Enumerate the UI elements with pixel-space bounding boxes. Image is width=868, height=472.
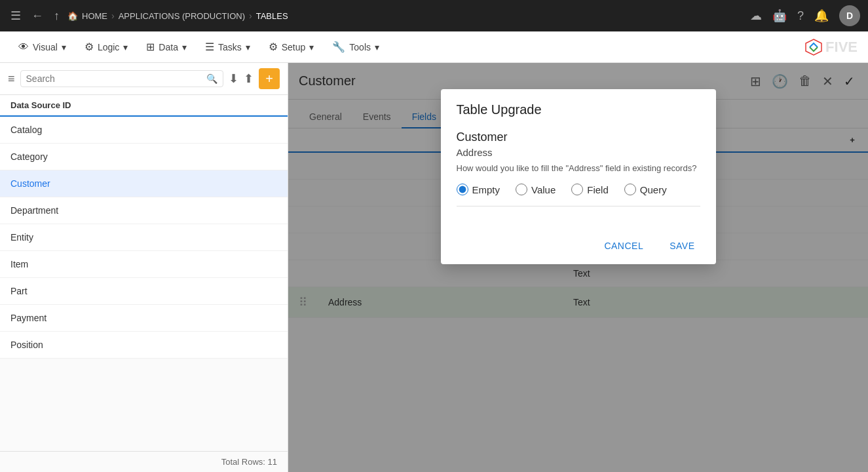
modal-header: Table Upgrade: [441, 89, 716, 123]
breadcrumb-applications[interactable]: APPLICATIONS (PRODUCTION): [119, 11, 245, 21]
sidebar-item-customer[interactable]: Customer: [0, 170, 288, 197]
breadcrumb-tables[interactable]: TABLES: [256, 11, 288, 21]
modal-body: Customer Address How would you like to f…: [441, 123, 716, 227]
tasks-arrow-icon: ▾: [246, 42, 250, 52]
position-label: Position: [10, 340, 43, 350]
setup-arrow-icon: ▾: [309, 42, 314, 52]
radio-query-input[interactable]: [624, 184, 636, 195]
home-icon: 🏠: [67, 11, 78, 21]
part-label: Part: [10, 286, 28, 296]
nav-logic[interactable]: ⚙ Logic ▾: [77, 37, 136, 57]
cloud-icon[interactable]: ☁: [750, 9, 762, 23]
entity-label: Entity: [10, 232, 33, 243]
sidebar-item-item[interactable]: Item: [0, 251, 288, 278]
menu-icon[interactable]: ☰: [8, 6, 24, 26]
bell-icon[interactable]: 🔔: [814, 9, 829, 23]
visual-arrow-icon: ▾: [62, 42, 66, 52]
radio-value-input[interactable]: [516, 184, 527, 195]
modal-field-name: Address: [457, 147, 700, 158]
second-nav: 👁 Visual ▾ ⚙ Logic ▾ ⊞ Data ▾ ☰ Tasks ▾ …: [0, 31, 868, 63]
catalog-label: Catalog: [10, 125, 42, 135]
nav-setup[interactable]: ⚙ Setup ▾: [261, 37, 322, 57]
sidebar-item-category[interactable]: Category: [0, 144, 288, 170]
data-icon: ⊞: [146, 41, 155, 53]
svg-marker-0: [806, 39, 821, 55]
radio-empty[interactable]: Empty: [457, 184, 500, 195]
save-button[interactable]: SAVE: [659, 235, 705, 256]
sidebar-item-payment[interactable]: Payment: [0, 305, 288, 332]
nav-tasks-label: Tasks: [218, 42, 242, 52]
home-label[interactable]: HOME: [82, 11, 107, 21]
sidebar-item-position[interactable]: Position: [0, 332, 288, 359]
sidebar-toolbar: ≡ 🔍 ⬇ ⬆ +: [0, 63, 288, 95]
nav-setup-label: Setup: [282, 42, 306, 52]
applications-label[interactable]: APPLICATIONS (PRODUCTION): [119, 11, 245, 21]
avatar[interactable]: D: [839, 5, 860, 26]
department-label: Department: [10, 205, 58, 216]
up-icon[interactable]: ↑: [51, 7, 62, 26]
radio-empty-label: Empty: [472, 184, 500, 195]
five-logo-icon: [804, 38, 823, 56]
search-icon: 🔍: [206, 73, 217, 84]
radio-group: Empty Value Field Query: [457, 184, 700, 195]
nav-visual[interactable]: 👁 Visual ▾: [10, 37, 74, 57]
filter-icon[interactable]: ≡: [8, 72, 15, 86]
nav-visual-label: Visual: [33, 42, 58, 52]
sidebar-item-department[interactable]: Department: [0, 197, 288, 224]
search-input[interactable]: [26, 73, 206, 84]
robot-icon[interactable]: 🤖: [772, 9, 787, 23]
data-arrow-icon: ▾: [182, 42, 187, 52]
setup-icon: ⚙: [269, 41, 278, 53]
payment-label: Payment: [10, 313, 47, 323]
five-logo: FIVE: [804, 38, 858, 56]
radio-query-label: Query: [640, 184, 667, 195]
radio-field-input[interactable]: [571, 184, 583, 195]
breadcrumb-sep-1: ›: [111, 10, 115, 21]
top-nav-actions: ☁ 🤖 ? 🔔 D: [750, 5, 860, 26]
category-label: Category: [10, 151, 48, 162]
nav-tools[interactable]: 🔧 Tools ▾: [324, 37, 387, 57]
sidebar-item-catalog[interactable]: Catalog: [0, 117, 288, 144]
modal-title: Table Upgrade: [457, 102, 542, 117]
help-icon[interactable]: ?: [797, 9, 804, 23]
nav-tools-label: Tools: [349, 42, 371, 52]
add-button[interactable]: +: [259, 68, 280, 89]
breadcrumb-home[interactable]: 🏠 HOME: [67, 11, 107, 21]
back-icon[interactable]: ←: [29, 7, 46, 26]
cancel-button[interactable]: CANCEL: [594, 235, 654, 256]
nav-tasks[interactable]: ☰ Tasks ▾: [197, 37, 258, 57]
upload-icon[interactable]: ⬆: [244, 71, 254, 86]
nav-logic-label: Logic: [98, 42, 119, 52]
logic-arrow-icon: ▾: [123, 42, 128, 52]
radio-field[interactable]: Field: [571, 184, 609, 195]
tables-label[interactable]: TABLES: [256, 11, 288, 21]
radio-field-label: Field: [587, 184, 609, 195]
nav-data-label: Data: [159, 42, 178, 52]
logic-icon: ⚙: [85, 41, 94, 53]
modal-divider: [457, 206, 700, 206]
modal-entity-name: Customer: [457, 130, 700, 144]
table-upgrade-modal: Table Upgrade Customer Address How would…: [441, 89, 716, 264]
sidebar-item-part[interactable]: Part: [0, 278, 288, 305]
sidebar-column-header: Data Source ID: [0, 95, 288, 117]
sidebar-item-entity[interactable]: Entity: [0, 224, 288, 251]
main-layout: ≡ 🔍 ⬇ ⬆ + Data Source ID Catalog Categor…: [0, 63, 868, 472]
content-area: Customer ⊞ 🕐 🗑 ✕ ✓ General Events Fields…: [288, 63, 868, 472]
radio-empty-input[interactable]: [457, 184, 468, 195]
total-rows-label: Total Rows: 11: [221, 457, 277, 467]
sidebar: ≡ 🔍 ⬇ ⬆ + Data Source ID Catalog Categor…: [0, 63, 288, 472]
modal-footer: CANCEL SAVE: [441, 227, 716, 264]
sidebar-list: Catalog Category Customer Department Ent…: [0, 117, 288, 451]
sidebar-actions: ⬇ ⬆ +: [229, 68, 280, 89]
tasks-icon: ☰: [205, 41, 214, 53]
customer-label: Customer: [10, 178, 50, 189]
radio-value[interactable]: Value: [516, 184, 556, 195]
nav-data[interactable]: ⊞ Data ▾: [138, 37, 195, 57]
radio-query[interactable]: Query: [624, 184, 667, 195]
search-wrap: 🔍: [20, 70, 223, 87]
breadcrumb-sep-2: ›: [249, 10, 252, 21]
top-nav: ☰ ← ↑ 🏠 HOME › APPLICATIONS (PRODUCTION)…: [0, 0, 868, 31]
download-icon[interactable]: ⬇: [229, 71, 238, 86]
breadcrumb: 🏠 HOME › APPLICATIONS (PRODUCTION) › TAB…: [67, 10, 745, 21]
modal-overlay: Table Upgrade Customer Address How would…: [288, 63, 868, 472]
